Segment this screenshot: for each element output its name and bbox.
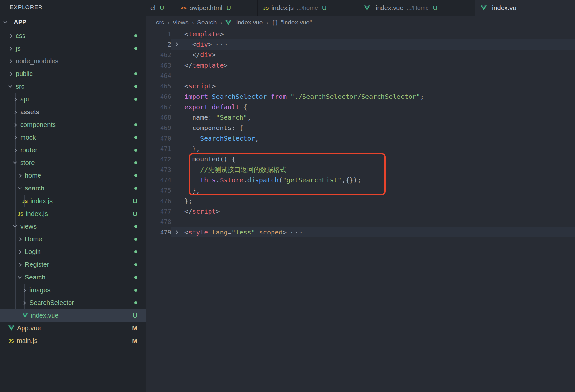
tree-item-js[interactable]: js <box>0 42 146 55</box>
code-line-477[interactable]: 477</script> <box>146 206 575 217</box>
code-line-466[interactable]: 466import SearchSelector from "./SearchS… <box>146 91 575 102</box>
tab-index.vue[interactable]: index.vue.../HomeU <box>359 0 475 16</box>
line-content[interactable] <box>171 70 575 81</box>
tree-item-node-modules[interactable]: node_modules <box>0 55 146 68</box>
workspace-section-app[interactable]: APP <box>0 15 146 29</box>
tree-item-assets[interactable]: assets <box>0 106 146 118</box>
line-content[interactable]: </script> <box>171 206 575 217</box>
line-number: 477 <box>146 206 171 217</box>
code-line-469[interactable]: 469 components: { <box>146 123 575 133</box>
tree-item-router[interactable]: router <box>0 144 146 157</box>
line-content[interactable]: mounted() { <box>171 154 575 164</box>
chevron-right-icon <box>8 72 12 76</box>
code-line-472[interactable]: 472 mounted() { <box>146 154 575 164</box>
code-line-479[interactable]: 479<style lang="less" scoped>··· <box>146 227 575 237</box>
tree-item-app.vue[interactable]: App.vueM <box>0 322 146 335</box>
line-content[interactable]: }, <box>171 143 575 154</box>
tree-item-public[interactable]: public <box>0 68 146 80</box>
line-content[interactable]: <script> <box>171 81 575 91</box>
tree-item-css[interactable]: css <box>0 29 146 42</box>
tree-item-search[interactable]: Search <box>0 271 146 284</box>
line-content[interactable]: SearchSelector, <box>171 133 575 143</box>
line-content[interactable]: import SearchSelector from "./SearchSele… <box>171 91 575 102</box>
folded-code-ellipsis[interactable]: ··· <box>215 40 229 48</box>
tree-item-images[interactable]: images <box>0 284 146 296</box>
line-content[interactable]: <style lang="less" scoped>··· <box>171 227 575 237</box>
line-content[interactable]: //先测试接口返回的数据格式 <box>171 164 575 175</box>
vue-file-icon <box>8 325 14 331</box>
code-token: : <box>208 113 216 121</box>
tree-item-searchselector[interactable]: SearchSelector <box>0 296 146 309</box>
code-line-473[interactable]: 473 //先测试接口返回的数据格式 <box>146 164 575 175</box>
code-line-471[interactable]: 471 }, <box>146 143 575 154</box>
tree-item-mock[interactable]: mock <box>0 131 146 144</box>
fold-chevron-icon[interactable] <box>174 42 178 46</box>
tab-el[interactable]: elU <box>146 0 175 16</box>
code-line-467[interactable]: 467export default { <box>146 102 575 112</box>
code-line-463[interactable]: 463</template> <box>146 60 575 70</box>
js-file-icon: JS <box>263 6 269 11</box>
breadcrumb-item-search[interactable]: Search <box>197 19 217 26</box>
tree-item-src[interactable]: src <box>0 80 146 93</box>
tree-item-main.js[interactable]: JSmain.jsM <box>0 335 146 347</box>
line-content[interactable]: name: "Search", <box>171 112 575 123</box>
tree-item-label: css <box>16 32 25 39</box>
fold-column <box>171 50 181 60</box>
tree-item-views[interactable]: views <box>0 220 146 233</box>
tab-swiper.html[interactable]: <>swiper.htmlU <box>175 0 258 16</box>
tree-item-index.js[interactable]: JSindex.jsU <box>0 195 146 207</box>
tree-item-index.vue[interactable]: index.vueU <box>0 309 146 322</box>
code-line-1[interactable]: 1<template> <box>146 29 575 39</box>
more-actions-icon[interactable]: ··· <box>128 6 137 9</box>
tree-item-login[interactable]: Login <box>0 246 146 258</box>
line-content[interactable]: </div> <box>171 50 575 60</box>
line-content[interactable]: }; <box>171 196 575 206</box>
breadcrumb-item-views[interactable]: views <box>173 19 189 26</box>
explorer-header: EXPLORER ··· <box>0 0 146 15</box>
code-token: SearchSelector <box>200 134 255 142</box>
breadcrumb-item-src[interactable]: src <box>156 19 164 26</box>
code-line-468[interactable]: 468 name: "Search", <box>146 112 575 123</box>
tab-index.js[interactable]: JSindex.js.../homeU <box>258 0 359 16</box>
chevron-down-icon <box>8 84 12 87</box>
tree-item-store[interactable]: store <box>0 157 146 169</box>
code-token: lang <box>212 228 227 236</box>
tree-item-label: node_modules <box>16 57 58 65</box>
code-token: components <box>184 124 232 132</box>
line-content[interactable] <box>171 217 575 227</box>
tree-item-home[interactable]: Home <box>0 233 146 246</box>
tree-item-register[interactable]: Register <box>0 258 146 271</box>
tree-item-components[interactable]: components <box>0 118 146 131</box>
breadcrumb-item-index.vue[interactable]: index.vue <box>225 19 263 26</box>
code-line-476[interactable]: 476}; <box>146 196 575 206</box>
line-content[interactable]: export default { <box>171 102 575 112</box>
folded-code-ellipsis[interactable]: ··· <box>290 228 303 236</box>
code-line-465[interactable]: 465<script> <box>146 81 575 91</box>
line-content[interactable]: components: { <box>171 123 575 133</box>
tree-item-api[interactable]: api <box>0 93 146 106</box>
code-line-2[interactable]: 2 <div>··· <box>146 39 575 50</box>
line-content[interactable]: </template> <box>171 60 575 70</box>
fold-chevron-icon[interactable] <box>174 230 178 234</box>
tree-item-search[interactable]: search <box>0 182 146 195</box>
tree-item-index.js[interactable]: JSindex.jsU <box>0 207 146 220</box>
tab-index.vu[interactable]: index.vu <box>475 0 575 16</box>
code-line-474[interactable]: 474 this.$store.dispatch("getSearchList"… <box>146 175 575 185</box>
line-content[interactable]: <div>··· <box>171 39 575 50</box>
line-content[interactable]: }, <box>171 185 575 196</box>
breadcrumb-item--index.vue-[interactable]: {}"index.vue" <box>272 19 312 26</box>
code-line-470[interactable]: 470 SearchSelector, <box>146 133 575 143</box>
line-number: 466 <box>146 91 171 102</box>
code-token: . <box>216 176 220 184</box>
code-line-464[interactable]: 464 <box>146 70 575 81</box>
code-editor[interactable]: 1<template>2 <div>···462 </div>463</temp… <box>146 29 575 392</box>
code-line-478[interactable]: 478 <box>146 217 575 227</box>
tree-item-home[interactable]: home <box>0 169 146 182</box>
git-changes-dot-icon <box>134 34 137 37</box>
tree-item-label: main.js <box>17 337 37 345</box>
line-content[interactable]: this.$store.dispatch("getSearchList",{})… <box>171 175 575 185</box>
line-content[interactable]: <template> <box>171 29 575 39</box>
code-line-475[interactable]: 475 }, <box>146 185 575 196</box>
code-line-462[interactable]: 462 </div> <box>146 50 575 60</box>
chevron-right-icon <box>13 98 17 101</box>
